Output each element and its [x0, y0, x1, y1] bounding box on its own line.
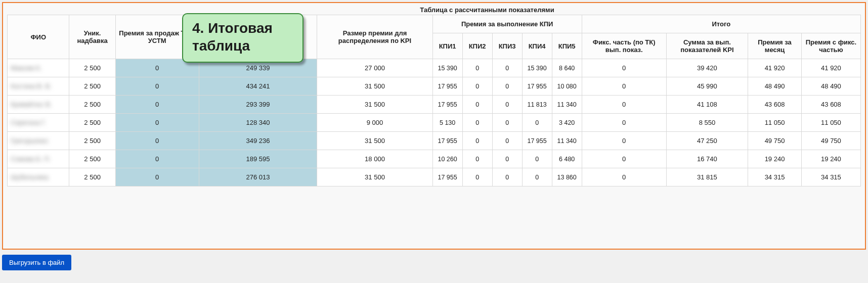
table-cell: 0 [582, 59, 666, 77]
table-cell: 17 955 [432, 168, 462, 186]
table-cell: 2 500 [69, 168, 115, 186]
table-cell: 0 [492, 59, 522, 77]
col-fiks: Фикс. часть (по ТК) вып. показ. [582, 33, 666, 59]
table-cell: 10 260 [432, 150, 462, 168]
colgroup-itogo: Итого [582, 15, 860, 33]
table-cell: 0 [115, 150, 199, 168]
table-cell: 49 750 [748, 132, 802, 150]
table-row: Костина В. В.2 5000434 24131 50017 95500… [8, 77, 861, 96]
table-cell: 11 340 [552, 96, 582, 114]
table-cell: 45 990 [666, 77, 748, 96]
table-cell: 249 339 [199, 59, 317, 77]
table-cell: 0 [522, 168, 552, 186]
col-kpi1: КПИ1 [432, 33, 462, 59]
table-cell: 31 500 [317, 168, 432, 186]
table-cell: 189 595 [199, 150, 317, 168]
table-cell: 5 130 [432, 114, 462, 132]
table-cell: 0 [582, 77, 666, 96]
col-unik: Уник. надбавка [69, 15, 115, 59]
cell-fio: Грегорьенко [8, 132, 69, 150]
table-cell: 0 [492, 77, 522, 96]
table-cell: 48 490 [748, 77, 802, 96]
table-cell: 434 241 [199, 77, 317, 96]
cell-fio: Сомова Б. П. [8, 150, 69, 168]
table-cell: 17 955 [522, 77, 552, 96]
table-cell: 10 080 [552, 77, 582, 96]
table-cell: 16 740 [666, 150, 748, 168]
table-cell: 128 340 [199, 114, 317, 132]
cell-fio: Костина В. В. [8, 77, 69, 96]
table-cell: 27 000 [317, 59, 432, 77]
col-kpi3: КПИ3 [492, 33, 522, 59]
cell-fio: Максим К. [8, 59, 69, 77]
table-cell: 0 [115, 132, 199, 150]
col-kpi5: КПИ5 [552, 33, 582, 59]
table-cell: 41 108 [666, 96, 748, 114]
table-cell: 19 240 [748, 150, 802, 168]
table-cell: 0 [462, 77, 492, 96]
table-cell: 8 640 [552, 59, 582, 77]
table-cell: 43 608 [748, 96, 802, 114]
table-cell: 0 [582, 114, 666, 132]
table-cell: 0 [492, 168, 522, 186]
table-cell: 0 [492, 150, 522, 168]
table-cell: 39 420 [666, 59, 748, 77]
table-cell: 0 [582, 168, 666, 186]
table-cell: 0 [115, 77, 199, 96]
table-cell: 0 [582, 132, 666, 150]
table-cell: 31 815 [666, 168, 748, 186]
table-cell: 0 [582, 150, 666, 168]
table-cell: 0 [115, 59, 199, 77]
table-cell: 2 500 [69, 59, 115, 77]
results-table: ФИО Уник. надбавка Премия за продаж ТД и… [7, 15, 861, 186]
table-cell: 0 [492, 96, 522, 114]
col-sumkpi: Сумма за вып. показателей KPI [666, 33, 748, 59]
table-cell: 41 920 [748, 59, 802, 77]
table-cell: 49 750 [801, 132, 860, 150]
table-cell: 11 050 [748, 114, 802, 132]
table-cell: 8 550 [666, 114, 748, 132]
table-row: Максим К.2 5000249 33927 00015 3900015 3… [8, 59, 861, 77]
table-cell: 41 920 [801, 59, 860, 77]
table-cell: 6 480 [552, 150, 582, 168]
table-row: Серегина Г.2 5000128 3409 0005 1300003 4… [8, 114, 861, 132]
table-cell: 13 860 [552, 168, 582, 186]
cell-fio: Шубельняка [8, 168, 69, 186]
table-row: Сомова Б. П.2 5000189 59518 00010 260000… [8, 150, 861, 168]
table-cell: 2 500 [69, 132, 115, 150]
col-premtd: Премия за продаж ТД и УСТМ [115, 15, 199, 59]
table-cell: 15 390 [432, 59, 462, 77]
cell-fio: Серегина Г. [8, 114, 69, 132]
table-cell: 31 500 [317, 77, 432, 96]
table-cell: 47 250 [666, 132, 748, 150]
table-cell: 11 813 [522, 96, 552, 114]
table-cell: 34 315 [748, 168, 802, 186]
panel-title: Таблица с рассчитанными показателями [113, 6, 861, 15]
col-fio: ФИО [8, 15, 69, 59]
table-cell: 0 [462, 132, 492, 150]
cell-fio: Кривайтюс В. [8, 96, 69, 114]
table-cell: 2 500 [69, 150, 115, 168]
table-cell: 3 420 [552, 114, 582, 132]
table-cell: 19 240 [801, 150, 860, 168]
table-cell: 0 [462, 96, 492, 114]
col-hidden [199, 15, 317, 59]
table-row: Грегорьенко2 5000349 23631 50017 9550017… [8, 132, 861, 150]
table-cell: 276 013 [199, 168, 317, 186]
table-cell: 15 390 [522, 59, 552, 77]
table-row: Кривайтюс В.2 5000293 39931 50017 955001… [8, 96, 861, 114]
colgroup-kpi: Премия за выполнение КПИ [432, 15, 582, 33]
table-cell: 0 [492, 132, 522, 150]
export-button[interactable]: Выгрузить в файл [2, 255, 71, 270]
table-cell: 11 050 [801, 114, 860, 132]
table-cell: 17 955 [522, 132, 552, 150]
table-cell: 31 500 [317, 132, 432, 150]
table-cell: 0 [522, 114, 552, 132]
table-cell: 43 608 [801, 96, 860, 114]
table-cell: 0 [582, 96, 666, 114]
table-cell: 34 315 [801, 168, 860, 186]
col-kpi4: КПИ4 [522, 33, 552, 59]
col-razmer: Размер премии для распределения по KPI [317, 15, 432, 59]
table-cell: 17 955 [432, 77, 462, 96]
table-cell: 48 490 [801, 77, 860, 96]
